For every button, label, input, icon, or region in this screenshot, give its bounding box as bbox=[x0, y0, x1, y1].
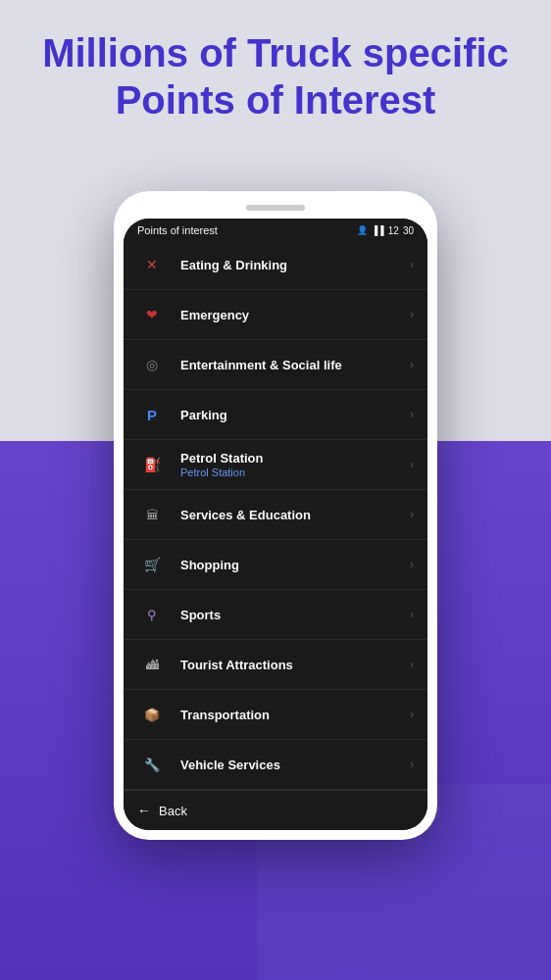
services-arrow: › bbox=[410, 508, 414, 521]
entertainment-text: Entertainment & Social life bbox=[180, 358, 410, 372]
hero-title: Millions of Truck specific Points of Int… bbox=[0, 29, 551, 123]
vehicle-text: Vehicle Services bbox=[180, 758, 410, 772]
emergency-label: Emergency bbox=[180, 308, 410, 322]
services-icon: 🏛 bbox=[137, 500, 167, 529]
menu-item-shopping[interactable]: 🛒Shopping› bbox=[124, 540, 427, 590]
entertainment-arrow: › bbox=[410, 358, 414, 371]
emergency-arrow: › bbox=[410, 308, 414, 321]
petrol-label: Petrol Station bbox=[180, 451, 410, 466]
menu-item-parking[interactable]: PParking› bbox=[124, 390, 427, 440]
shopping-icon: 🛒 bbox=[137, 550, 167, 579]
status-bar: Points of interest 👤 ▐▐ 12 30 bbox=[124, 219, 427, 240]
phone-outer: Points of interest 👤 ▐▐ 12 30 ✕Eating & … bbox=[114, 191, 437, 840]
transportation-text: Transportation bbox=[180, 708, 410, 722]
services-label: Services & Education bbox=[180, 508, 410, 522]
shopping-label: Shopping bbox=[180, 558, 410, 572]
vehicle-icon: 🔧 bbox=[137, 750, 167, 779]
phone-notch bbox=[246, 205, 305, 211]
sports-text: Sports bbox=[180, 608, 410, 622]
transportation-label: Transportation bbox=[180, 708, 410, 722]
petrol-arrow: › bbox=[410, 458, 414, 471]
back-bar[interactable]: ← Back bbox=[124, 790, 427, 830]
sports-arrow: › bbox=[410, 608, 414, 621]
menu-item-eating-drinking[interactable]: ✕Eating & Drinking› bbox=[124, 240, 427, 290]
menu-list: ✕Eating & Drinking›❤Emergency›◎Entertain… bbox=[124, 240, 427, 790]
services-text: Services & Education bbox=[180, 508, 410, 522]
petrol-text: Petrol StationPetrol Station bbox=[180, 451, 410, 478]
vehicle-arrow: › bbox=[410, 758, 414, 771]
menu-item-sports[interactable]: ⚲Sports› bbox=[124, 590, 427, 640]
menu-item-transportation[interactable]: 📦Transportation› bbox=[124, 690, 427, 740]
wifi-icon: ▐▐ bbox=[372, 225, 384, 235]
menu-item-tourist[interactable]: 🏙Tourist Attractions› bbox=[124, 640, 427, 690]
parking-arrow: › bbox=[410, 408, 414, 421]
shopping-arrow: › bbox=[410, 558, 414, 571]
eating-drinking-label: Eating & Drinking bbox=[180, 258, 410, 272]
back-arrow-icon: ← bbox=[137, 803, 151, 818]
eating-drinking-arrow: › bbox=[410, 258, 414, 271]
menu-item-vehicle[interactable]: 🔧Vehicle Services› bbox=[124, 740, 427, 790]
status-bar-right: 👤 ▐▐ 12 30 bbox=[357, 225, 414, 236]
entertainment-icon: ◎ bbox=[137, 350, 167, 379]
menu-item-entertainment[interactable]: ◎Entertainment & Social life› bbox=[124, 340, 427, 390]
menu-item-emergency[interactable]: ❤Emergency› bbox=[124, 290, 427, 340]
battery-display: 30 bbox=[403, 225, 414, 236]
petrol-sublabel: Petrol Station bbox=[180, 466, 410, 478]
sports-label: Sports bbox=[180, 608, 410, 622]
phone-screen: Points of interest 👤 ▐▐ 12 30 ✕Eating & … bbox=[124, 219, 427, 830]
parking-icon: P bbox=[137, 400, 167, 429]
parking-text: Parking bbox=[180, 408, 410, 422]
sports-icon: ⚲ bbox=[137, 600, 167, 629]
parking-label: Parking bbox=[180, 408, 410, 422]
petrol-icon: ⛽ bbox=[137, 450, 167, 479]
shopping-text: Shopping bbox=[180, 558, 410, 572]
emergency-icon: ❤ bbox=[137, 300, 167, 329]
tourist-label: Tourist Attractions bbox=[180, 658, 410, 672]
menu-item-petrol[interactable]: ⛽Petrol StationPetrol Station› bbox=[124, 440, 427, 490]
tourist-text: Tourist Attractions bbox=[180, 658, 410, 672]
signal-icon: 👤 bbox=[357, 225, 368, 235]
tourist-icon: 🏙 bbox=[137, 650, 167, 679]
emergency-text: Emergency bbox=[180, 308, 410, 322]
eating-drinking-icon: ✕ bbox=[137, 250, 167, 279]
transportation-icon: 📦 bbox=[137, 700, 167, 729]
phone-mockup: Points of interest 👤 ▐▐ 12 30 ✕Eating & … bbox=[114, 191, 437, 840]
status-bar-title: Points of interest bbox=[137, 224, 218, 236]
back-label: Back bbox=[159, 804, 187, 818]
menu-item-services[interactable]: 🏛Services & Education› bbox=[124, 490, 427, 540]
vehicle-label: Vehicle Services bbox=[180, 758, 410, 772]
time-display: 12 bbox=[388, 225, 399, 236]
tourist-arrow: › bbox=[410, 658, 414, 671]
eating-drinking-text: Eating & Drinking bbox=[180, 258, 410, 272]
transportation-arrow: › bbox=[410, 708, 414, 721]
entertainment-label: Entertainment & Social life bbox=[180, 358, 410, 372]
